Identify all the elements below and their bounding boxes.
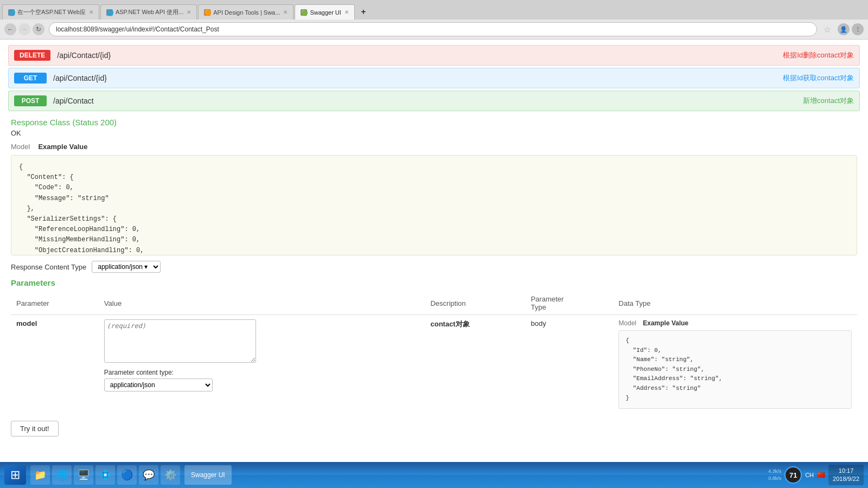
back-button[interactable]: ← <box>4 23 16 35</box>
method-badge-get: GET <box>14 73 47 84</box>
param-row-model: model Parameter content type: applicatio… <box>11 315 857 414</box>
tab-close-1[interactable]: ✕ <box>187 9 191 15</box>
content-type-select[interactable]: application/json ▾ <box>92 261 161 273</box>
method-badge-post: POST <box>14 95 47 106</box>
response-ok: OK <box>11 129 857 137</box>
tab-0[interactable]: 🌐 在一个空ASP.NET Web应 ✕ <box>2 4 99 20</box>
api-path-delete: /api/Contact/{id} <box>57 51 783 60</box>
reload-button[interactable]: ↻ <box>33 23 44 35</box>
parameters-table: Parameter Value Description ParameterTyp… <box>11 292 857 413</box>
address-bar: ← → ↻ localhost:8089/swagger/ui/index#!/… <box>0 20 868 39</box>
url-box[interactable]: localhost:8089/swagger/ui/index#!/Contac… <box>49 22 817 36</box>
tab-bar: 🌐 在一个空ASP.NET Web应 ✕ 🌐 ASP.NET Web API 使… <box>0 0 868 20</box>
param-value-textarea[interactable] <box>104 319 256 363</box>
col-header-description: Description <box>425 292 525 315</box>
tab-1[interactable]: 🌐 ASP.NET Web API 使用... ✕ <box>100 4 197 20</box>
api-row-delete[interactable]: DELETE /api/Contact/{id} 根据Id删除contact对象 <box>8 45 860 66</box>
response-section: Response Class (Status 200) OK Model Exa… <box>8 118 860 436</box>
api-path-post: /api/Contact <box>53 97 803 105</box>
tab-3[interactable]: 🟢 Swagger UI ✕ <box>295 4 354 20</box>
data-type-tabs: Model Example Value <box>618 319 852 327</box>
tab-close-0[interactable]: ✕ <box>89 9 93 15</box>
parameters-title: Parameters <box>11 278 857 287</box>
page-content: DELETE /api/Contact/{id} 根据Id删除contact对象… <box>0 40 868 463</box>
method-badge-delete: DELETE <box>14 50 50 61</box>
tab-close-2[interactable]: ✕ <box>283 9 288 15</box>
api-desc-delete: 根据Id删除contact对象 <box>783 50 854 60</box>
col-header-data-type: Data Type <box>613 292 857 315</box>
nav-buttons: ← → ↻ <box>4 23 44 35</box>
settings-icon[interactable]: ⋮ <box>852 23 864 35</box>
param-content-type-select[interactable]: application/json <box>104 378 213 391</box>
response-code-box[interactable]: { "Content": { "Code": 0, "Message": "st… <box>11 155 857 255</box>
tab-label-3: Swagger UI <box>310 9 341 16</box>
param-content-type-label: Parameter content type: <box>104 369 420 376</box>
forward-button[interactable]: → <box>18 23 30 35</box>
api-desc-get: 根据Id获取contact对象 <box>783 73 854 83</box>
tab-favicon-0: 🌐 <box>8 9 15 16</box>
data-type-tab-example[interactable]: Example Value <box>643 319 688 327</box>
model-tab-example[interactable]: Example Value <box>38 143 87 151</box>
url-text: localhost:8089/swagger/ui/index#!/Contac… <box>56 25 219 33</box>
taskbar: ⊞ 📁 🌐 🖥️ 💠 🔵 💬 ⚙️ Swagger UI 4.3k/s 0.8k… <box>0 462 868 463</box>
param-name: model <box>16 319 37 328</box>
content-type-label: Response Content Type <box>11 263 86 271</box>
api-row-post[interactable]: POST /api/Contact 新增contact对象 <box>8 91 860 111</box>
response-title: Response Class (Status 200) <box>11 118 857 127</box>
api-row-get[interactable]: GET /api/Contact/{id} 根据Id获取contact对象 <box>8 68 860 88</box>
col-header-param-type: ParameterType <box>525 292 613 315</box>
tab-favicon-3: 🟢 <box>301 9 307 16</box>
tab-favicon-1: 🌐 <box>106 9 113 16</box>
browser-actions: 👤 ⋮ <box>838 23 864 35</box>
tab-label-1: ASP.NET Web API 使用... <box>116 8 183 16</box>
api-desc-post: 新增contact对象 <box>803 96 854 106</box>
col-header-value: Value <box>99 292 425 315</box>
tab-label-2: API Design Tools | Swa... <box>213 9 280 16</box>
content-type-row: Response Content Type application/json ▾ <box>11 261 857 273</box>
data-code-box: { "Id": 0, "Name": "string", "PhoneNo": … <box>618 330 852 409</box>
try-it-out-button[interactable]: Try it out! <box>11 421 59 436</box>
param-type: body <box>531 319 546 328</box>
tab-close-3[interactable]: ✕ <box>344 9 349 15</box>
model-tab-model[interactable]: Model <box>11 143 30 151</box>
col-header-parameter: Parameter <box>11 292 99 315</box>
api-path-get: /api/Contact/{id} <box>53 74 783 82</box>
tab-2[interactable]: 🟠 API Design Tools | Swa... ✕ <box>198 4 293 20</box>
tab-label-0: 在一个空ASP.NET Web应 <box>17 8 86 16</box>
browser-chrome: 🌐 在一个空ASP.NET Web应 ✕ 🌐 ASP.NET Web API 使… <box>0 0 868 40</box>
user-icon[interactable]: 👤 <box>838 23 850 35</box>
bookmark-icon[interactable]: ☆ <box>821 24 833 35</box>
tab-favicon-2: 🟠 <box>204 9 210 16</box>
new-tab-button[interactable]: + <box>358 4 369 20</box>
data-type-tab-model[interactable]: Model <box>618 319 636 327</box>
param-description: contact对象 <box>430 320 469 328</box>
model-tabs: Model Example Value <box>11 143 857 151</box>
